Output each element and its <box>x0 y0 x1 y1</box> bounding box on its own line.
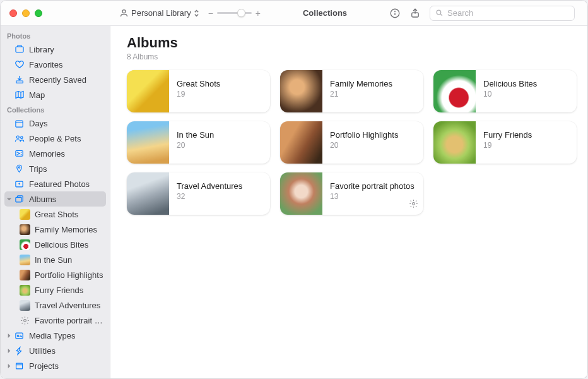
map-icon <box>14 90 25 100</box>
sidebar-section-photos: Photos <box>1 28 110 42</box>
sidebar-item-map[interactable]: Map <box>1 87 110 102</box>
titlebar: Personal Library − + Collections <box>1 1 587 26</box>
album-card-travel-adventures[interactable]: Travel Adventures 32 <box>127 172 270 215</box>
sidebar-item-label: Utilities <box>29 346 56 356</box>
album-thumbnail <box>433 121 476 164</box>
sidebar-item-album-great-shots[interactable]: Great Shots <box>1 207 110 222</box>
sidebar-item-media-types[interactable]: Media Types <box>1 328 110 343</box>
svg-point-5 <box>437 10 441 15</box>
sidebar-item-label: Albums <box>29 195 56 204</box>
chevron-right-icon[interactable] <box>6 347 12 354</box>
sidebar-item-album-travel-adventures[interactable]: Travel Adventures <box>1 298 110 313</box>
album-thumb-icon <box>20 285 30 296</box>
sidebar-item-label: Map <box>29 90 45 100</box>
content-area: Albums 8 Albums Great Shots 19 Family Me… <box>110 26 587 378</box>
smart-album-gear-icon[interactable] <box>409 199 418 211</box>
sidebar-item-favorites[interactable]: Favorites <box>1 57 110 72</box>
chevron-updown-icon <box>194 9 199 18</box>
fullscreen-window-button[interactable] <box>35 9 42 17</box>
utilities-icon <box>14 346 25 356</box>
download-icon <box>14 75 25 85</box>
album-card-portfolio-highlights[interactable]: Portfolio Highlights 20 <box>280 121 423 164</box>
sidebar-item-album-in-the-sun[interactable]: In the Sun <box>1 252 110 267</box>
sidebar-item-people-pets[interactable]: People & Pets <box>1 131 110 146</box>
chevron-down-icon[interactable] <box>6 196 12 202</box>
window-controls <box>1 9 110 17</box>
thumbnail-zoom-slider[interactable]: − + <box>208 8 261 18</box>
albums-icon <box>14 194 25 205</box>
sidebar-item-recently-saved[interactable]: Recently Saved <box>1 72 110 87</box>
svg-point-3 <box>395 11 396 11</box>
sidebar-section-collections: Collections <box>1 102 110 116</box>
calendar-icon <box>14 118 25 129</box>
sidebar-item-utilities[interactable]: Utilities <box>1 343 110 358</box>
svg-point-12 <box>20 136 22 138</box>
album-card-body: Portfolio Highlights 20 <box>322 121 423 164</box>
album-count: 20 <box>330 141 417 150</box>
svg-point-15 <box>21 152 21 152</box>
sidebar-item-album-portfolio-highlights[interactable]: Portfolio Highlights <box>1 267 110 282</box>
sidebar-item-label: Travel Adventures <box>35 301 100 310</box>
svg-line-6 <box>440 14 442 16</box>
svg-rect-9 <box>16 121 23 127</box>
sidebar-item-album-family-memories[interactable]: Family Memories <box>1 222 110 237</box>
album-thumb-icon <box>20 239 30 250</box>
album-card-furry-friends[interactable]: Furry Friends 19 <box>433 121 577 164</box>
svg-point-21 <box>24 319 26 322</box>
search-icon <box>435 9 444 17</box>
share-button[interactable] <box>409 8 421 19</box>
sidebar-item-days[interactable]: Days <box>1 116 110 131</box>
sidebar-item-album-favorite-portrait[interactable]: Favorite portrait photos <box>1 313 110 328</box>
sidebar-item-label: Library <box>29 45 54 54</box>
sidebar-item-library[interactable]: Library <box>1 42 110 57</box>
sidebar-item-featured-photos[interactable]: Featured Photos <box>1 176 110 191</box>
album-thumbnail <box>127 121 169 164</box>
info-icon <box>389 8 401 19</box>
projects-icon <box>14 361 25 371</box>
share-icon <box>409 8 421 19</box>
album-thumb-icon <box>20 270 30 280</box>
library-selector-label: Personal Library <box>131 8 191 18</box>
album-card-in-the-sun[interactable]: In the Sun 20 <box>127 121 270 164</box>
sidebar-item-label: Featured Photos <box>29 179 90 189</box>
album-thumbnail <box>280 121 322 164</box>
album-card-delicious-bites[interactable]: Delicious Bites 10 <box>433 70 577 112</box>
slider-knob[interactable] <box>237 9 245 17</box>
sidebar: Photos Library Favorites Recently Saved … <box>1 26 110 378</box>
album-thumbnail <box>280 70 322 112</box>
sidebar-item-albums[interactable]: Albums <box>4 191 106 207</box>
album-card-body: In the Sun 20 <box>169 121 270 164</box>
sidebar-section-sharing: Sharing <box>1 373 110 378</box>
album-card-body: Family Memories 21 <box>322 70 423 112</box>
sidebar-item-label: Favorite portrait photos <box>35 316 103 325</box>
toolbar: Personal Library − + Collections <box>110 6 587 21</box>
album-count: 19 <box>177 90 264 99</box>
slider-track[interactable] <box>217 12 252 14</box>
album-thumbnail <box>280 172 322 215</box>
sidebar-item-trips[interactable]: Trips <box>1 161 110 176</box>
info-button[interactable] <box>389 8 401 19</box>
sidebar-item-album-furry-friends[interactable]: Furry Friends <box>1 282 110 298</box>
heart-icon <box>14 59 25 70</box>
album-card-favorite-portrait[interactable]: Favorite portrait photos 13 <box>280 172 423 215</box>
album-card-body: Great Shots 19 <box>169 70 270 112</box>
toolbar-right: Search <box>389 6 581 21</box>
album-thumbnail <box>433 70 476 112</box>
album-title: Favorite portrait photos <box>330 181 417 191</box>
chevron-right-icon[interactable] <box>6 363 12 369</box>
close-window-button[interactable] <box>9 9 17 17</box>
album-card-great-shots[interactable]: Great Shots 19 <box>127 70 270 112</box>
pin-icon <box>14 164 25 174</box>
album-thumb-icon <box>20 255 30 265</box>
minimize-window-button[interactable] <box>22 9 30 17</box>
album-count: 32 <box>177 192 264 201</box>
sidebar-item-album-delicious-bites[interactable]: Delicious Bites <box>1 237 110 252</box>
search-input[interactable]: Search <box>430 6 575 21</box>
library-selector[interactable]: Personal Library <box>117 7 202 19</box>
view-mode-label[interactable]: Collections <box>303 8 347 18</box>
album-card-family-memories[interactable]: Family Memories 21 <box>280 70 423 112</box>
sidebar-item-projects[interactable]: Projects <box>1 358 110 373</box>
chevron-right-icon[interactable] <box>6 332 12 339</box>
album-title: Travel Adventures <box>177 181 264 191</box>
sidebar-item-memories[interactable]: Memories <box>1 146 110 161</box>
